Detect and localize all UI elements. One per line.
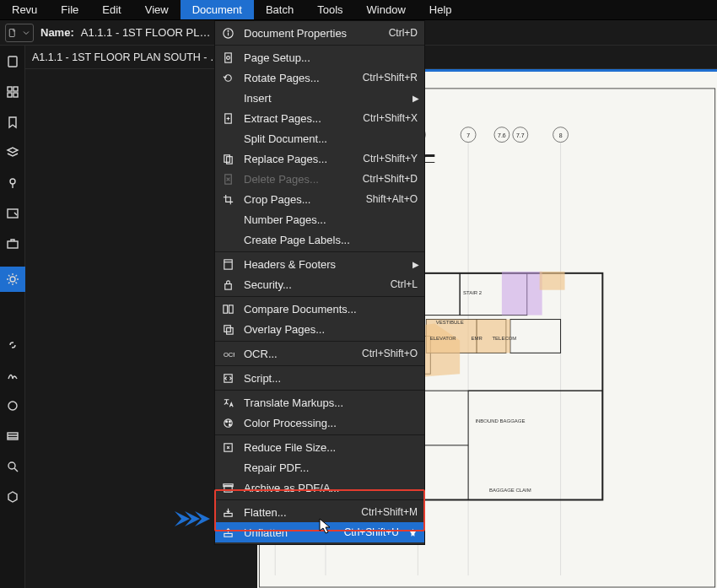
svg-text:VESTIBULE: VESTIBULE [436, 320, 464, 325]
menu-item-overlay-pages[interactable]: Overlay Pages... [215, 319, 424, 339]
menu-item-label: Archive as PDF/A... [244, 482, 418, 494]
menu-divider [215, 390, 424, 391]
places-icon[interactable] [5, 175, 20, 191]
menu-item-repair-pdf[interactable]: Repair PDF... [215, 457, 424, 477]
menu-item-label: Repair PDF... [244, 461, 418, 474]
menu-item-shortcut: Ctrl+Shift+X [363, 112, 418, 124]
menu-item-label: Create Page Labels... [244, 234, 418, 246]
overlay-icon [220, 321, 235, 337]
svg-rect-89 [224, 513, 231, 516]
svg-point-84 [229, 420, 230, 422]
menu-view[interactable]: View [133, 0, 181, 19]
menu-item-shortcut: Ctrl+D [389, 27, 418, 39]
menu-divider [215, 341, 424, 342]
svg-text:EMR: EMR [471, 336, 482, 341]
menu-item-label: Script... [244, 372, 418, 385]
delete-icon [220, 171, 235, 186]
svg-rect-1 [8, 57, 17, 67]
svg-rect-8 [8, 241, 18, 248]
svg-rect-78 [224, 325, 230, 332]
left-panel-strip [0, 46, 25, 588]
menu-item-ocr[interactable]: OCROCR...Ctrl+Shift+O [215, 343, 424, 364]
menu-item-archive-as-pdf-a[interactable]: Archive as PDF/A... [215, 477, 424, 498]
bookmark-icon[interactable] [5, 115, 20, 130]
grid-icon[interactable] [5, 84, 20, 100]
menu-item-script[interactable]: Script... [215, 368, 424, 388]
svg-text:OCR: OCR [223, 351, 234, 359]
menu-item-insert[interactable]: Insert▶ [215, 88, 424, 108]
toolchest-icon[interactable] [5, 236, 20, 251]
lock-icon [220, 277, 235, 292]
menu-tools[interactable]: Tools [305, 0, 354, 19]
svg-rect-77 [229, 305, 233, 312]
menu-divider [215, 296, 424, 297]
menu-item-label: Split Document... [244, 132, 418, 145]
menu-item-extract-pages[interactable]: Extract Pages...Ctrl+Shift+X [215, 108, 424, 128]
menu-revu[interactable]: Revu [0, 0, 49, 19]
menu-item-create-page-labels[interactable]: Create Page Labels... [215, 229, 424, 250]
thumbnails-icon[interactable] [5, 54, 20, 69]
menu-item-crop-pages[interactable]: Crop Pages...Shift+Alt+O [215, 189, 424, 209]
compare-icon [220, 301, 235, 316]
svg-point-66 [228, 30, 229, 31]
menu-item-compare-documents[interactable]: Compare Documents... [215, 299, 424, 319]
sets-icon[interactable] [5, 429, 20, 444]
menu-bar: Revu File Edit View Document Batch Tools… [0, 0, 717, 20]
menu-item-color-processing[interactable]: Color Processing... [215, 413, 424, 433]
file-icon [8, 28, 18, 38]
search-icon[interactable] [5, 459, 20, 474]
svg-rect-4 [8, 93, 12, 97]
ocr-icon: OCR [220, 346, 235, 361]
svg-text:TELECOM: TELECOM [492, 336, 516, 341]
menu-item-label: Number Pages... [244, 213, 418, 226]
menu-item-replace-pages[interactable]: Replace Pages...Ctrl+Shift+Y [215, 148, 424, 169]
menu-help[interactable]: Help [418, 0, 464, 19]
pin-icon[interactable] [407, 528, 418, 537]
replace-icon [220, 151, 235, 166]
menu-item-label: Compare Documents... [244, 303, 418, 316]
menu-document[interactable]: Document [181, 0, 254, 19]
menu-item-headers-footers[interactable]: Headers & Footers▶ [215, 254, 424, 274]
menu-window[interactable]: Window [355, 0, 418, 19]
measure-icon[interactable] [5, 398, 20, 413]
menu-item-split-document[interactable]: Split Document... [215, 128, 424, 148]
menu-batch[interactable]: Batch [254, 0, 305, 19]
menu-item-rotate-pages[interactable]: Rotate Pages...Ctrl+Shift+R [215, 67, 424, 88]
menu-item-number-pages[interactable]: Number Pages... [215, 209, 424, 229]
svg-text:STAIR 2: STAIR 2 [463, 290, 482, 295]
menu-item-label: Reduce File Size... [244, 441, 418, 454]
menu-divider [215, 251, 424, 252]
rotate-icon [220, 70, 235, 85]
blank-icon [220, 90, 235, 105]
forms-icon[interactable] [5, 206, 20, 221]
script-icon [220, 370, 235, 386]
properties-icon[interactable] [0, 267, 25, 292]
layers-icon[interactable] [5, 145, 20, 160]
menu-item-label: Color Processing... [244, 417, 418, 429]
menu-item-label: Rotate Pages... [244, 72, 354, 84]
svg-point-85 [229, 423, 230, 425]
links-icon[interactable] [5, 337, 20, 353]
svg-rect-11 [8, 433, 18, 440]
menu-item-page-setup[interactable]: Page Setup... [215, 47, 424, 67]
crop-icon [220, 192, 235, 207]
extract-icon [220, 111, 235, 126]
name-label: Name: [40, 26, 74, 39]
menu-item-reduce-file-size[interactable]: Reduce File Size... [215, 437, 424, 457]
svg-point-68 [226, 56, 229, 59]
menu-item-translate-markups[interactable]: Translate Markups... [215, 392, 424, 413]
menu-file[interactable]: File [49, 0, 90, 19]
studio-icon[interactable] [5, 489, 20, 504]
menu-item-shortcut: Ctrl+Shift+Y [363, 153, 418, 165]
archive-icon [220, 480, 235, 495]
menu-edit[interactable]: Edit [90, 0, 132, 19]
chevron-right-icon: ▶ [412, 94, 419, 103]
document-menu-dropdown: Document PropertiesCtrl+DPage Setup...Ro… [214, 20, 425, 545]
flatten-icon [220, 504, 235, 520]
file-dropdown-button[interactable] [5, 24, 34, 42]
signatures-icon[interactable] [5, 368, 20, 383]
menu-item-document-properties[interactable]: Document PropertiesCtrl+D [215, 23, 424, 43]
menu-item-security[interactable]: Security...Ctrl+L [215, 274, 424, 294]
svg-rect-48 [540, 272, 565, 290]
menu-divider [215, 45, 424, 46]
